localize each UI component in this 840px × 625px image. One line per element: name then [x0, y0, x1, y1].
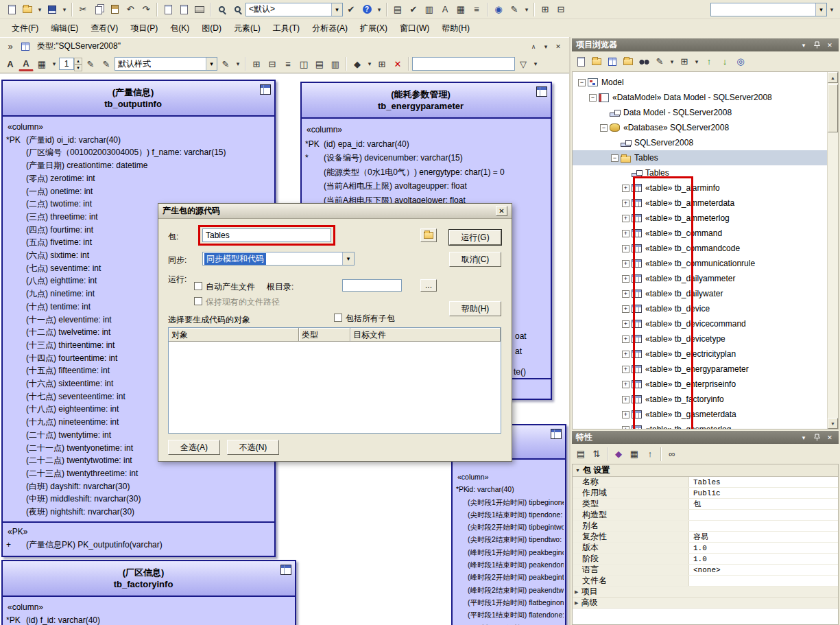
table-properties-icon[interactable]: [536, 86, 547, 97]
views-icon[interactable]: ⊞: [677, 54, 692, 69]
new-folder-icon[interactable]: [589, 54, 604, 69]
search-input[interactable]: [412, 57, 515, 71]
filter-icon[interactable]: ▽: [516, 56, 531, 71]
draw-dropdown-icon[interactable]: ▾: [523, 2, 531, 17]
toolbar-overflow-icon[interactable]: ▾: [828, 2, 836, 17]
project-browser-tree[interactable]: −Model−«DataModel» Data Model - SQLServe…: [572, 71, 839, 429]
tree-expander-icon[interactable]: +: [622, 381, 629, 388]
new-package-icon[interactable]: [621, 54, 636, 69]
property-group-row[interactable]: ▶项目: [573, 587, 838, 598]
route-icon-1[interactable]: ⊞: [249, 56, 264, 71]
tree-expander-icon[interactable]: +: [622, 396, 629, 403]
help-dropdown-icon[interactable]: ▾: [375, 2, 383, 17]
property-row[interactable]: 语言<none>: [573, 565, 838, 576]
tree-expander-icon[interactable]: +: [622, 185, 629, 192]
delete-icon[interactable]: ✕: [390, 56, 405, 71]
property-value[interactable]: <none>: [689, 565, 838, 575]
redo-icon[interactable]: ↷: [139, 2, 154, 17]
tree-expander-icon[interactable]: +: [622, 335, 629, 343]
tree-item[interactable]: −Model: [573, 75, 838, 90]
go-to-parent-icon[interactable]: ↑: [643, 447, 658, 462]
line-width-spinner[interactable]: 1 ▴ ▾: [59, 58, 82, 70]
combo-dropdown-icon[interactable]: ▾: [331, 3, 342, 16]
help-button[interactable]: 帮助(H): [449, 301, 501, 316]
route-icon-6[interactable]: ▥: [328, 56, 343, 71]
pin-icon[interactable]: [812, 433, 821, 442]
property-value[interactable]: [689, 576, 838, 586]
root-browse-button[interactable]: ...: [420, 279, 437, 292]
property-row[interactable]: 版本1.0: [573, 543, 838, 554]
edit-icon[interactable]: ✎: [652, 54, 667, 69]
include-subpackages-checkbox[interactable]: [334, 314, 342, 322]
cut-icon[interactable]: ✂: [75, 2, 91, 17]
menu-item[interactable]: 工具(T): [267, 21, 306, 36]
tree-item[interactable]: −«Database» SQLServer2008: [573, 120, 838, 135]
panel-close-icon[interactable]: ✕: [825, 40, 835, 49]
combo-dropdown-icon[interactable]: ▾: [815, 3, 826, 16]
zoom-out-icon[interactable]: [230, 2, 245, 17]
scroll-up-icon[interactable]: ▲: [828, 72, 838, 83]
group-collapsed-icon[interactable]: ▶: [575, 600, 578, 606]
tree-expander-icon[interactable]: +: [622, 230, 629, 237]
list-report-icon[interactable]: ▤: [390, 2, 405, 17]
new-item-icon[interactable]: [573, 54, 588, 69]
menu-item[interactable]: 查看(V): [84, 21, 124, 36]
window-edit-icon[interactable]: ⊟: [553, 2, 568, 17]
pin-icon[interactable]: [812, 40, 821, 49]
dialog-titlebar[interactable]: 产生包的源代码 ✕: [158, 204, 512, 219]
tree-expander-icon[interactable]: +: [622, 290, 629, 298]
property-row[interactable]: 作用域Public: [573, 488, 838, 499]
tree-item[interactable]: −Tables: [573, 150, 838, 165]
style-combo[interactable]: 默认样式 ▾: [115, 57, 217, 71]
menu-item[interactable]: 文件(F): [5, 21, 45, 36]
combo-dropdown-icon[interactable]: ▾: [342, 252, 354, 265]
tree-item[interactable]: Data Model - SQLServer2008: [573, 105, 838, 120]
pen-dropdown-icon[interactable]: ▾: [234, 56, 242, 71]
tree-expander-icon[interactable]: +: [622, 260, 629, 268]
tree-item[interactable]: +«table» tb_gasmeterdata: [573, 407, 838, 422]
outline-icon[interactable]: ≡: [469, 2, 484, 17]
tree-item[interactable]: +«table» tb_electricityplan: [573, 346, 838, 362]
check-model-icon[interactable]: ✔: [344, 2, 359, 17]
check-list-icon[interactable]: ✔: [406, 2, 421, 17]
auto-layout-icon[interactable]: ◆: [350, 56, 365, 71]
copy-icon[interactable]: [91, 2, 106, 17]
edit-dropdown-icon[interactable]: ▾: [668, 54, 676, 69]
panel-menu-icon[interactable]: ▾: [799, 40, 808, 49]
tree-item[interactable]: +«table» tb_communicationrule: [573, 256, 838, 271]
frame-icon[interactable]: ⊞: [374, 56, 389, 71]
property-value[interactable]: 1.0: [689, 554, 838, 564]
menu-item[interactable]: 图(D): [195, 21, 228, 36]
group-collapsed-icon[interactable]: ▶: [575, 589, 578, 595]
tree-item[interactable]: +«table» tb_command: [573, 226, 838, 241]
sync-combo[interactable]: 同步模型和代码 ▾: [202, 252, 355, 266]
tree-item[interactable]: +«table» tb_factoryinfo: [573, 392, 838, 407]
combo-dropdown-icon[interactable]: ▾: [206, 58, 217, 70]
run-button[interactable]: 运行(G): [449, 230, 501, 245]
fill-color-icon[interactable]: ▦: [34, 56, 49, 71]
views-dropdown-icon[interactable]: ▾: [693, 54, 701, 69]
tree-expander-icon[interactable]: +: [622, 305, 629, 313]
tree-expander-icon[interactable]: +: [622, 200, 629, 207]
panel-menu-icon[interactable]: ▾: [799, 433, 808, 442]
tree-expander-icon[interactable]: +: [622, 426, 629, 430]
new-diagram-icon[interactable]: [605, 54, 620, 69]
tree-expander-icon[interactable]: +: [622, 215, 629, 222]
diagram-canvas[interactable]: (产量信息) tb_outputinfo «column»*PK(产量id) o…: [0, 73, 569, 625]
tree-item[interactable]: +«table» tb_dailywater: [573, 286, 838, 301]
tree-expander-icon[interactable]: +: [622, 351, 629, 358]
toolbar-menu-icon[interactable]: ▾: [542, 39, 550, 54]
tree-item[interactable]: +«table» tb_dailyammeter: [573, 271, 838, 286]
save-icon[interactable]: [45, 2, 60, 17]
web-publish-icon[interactable]: ◉: [491, 2, 506, 17]
menu-item[interactable]: 元素(L): [228, 21, 267, 36]
tree-item[interactable]: +«table» tb_devicetype: [573, 331, 838, 346]
route-icon-5[interactable]: ▤: [312, 56, 327, 71]
route-icon-4[interactable]: ◫: [296, 56, 311, 71]
tree-item[interactable]: +«table» tb_device: [573, 301, 838, 316]
table-properties-icon[interactable]: [260, 84, 271, 95]
keep-path-checkbox-label[interactable]: 保持现有的文件路径: [206, 296, 280, 308]
preview-icon[interactable]: [176, 2, 191, 17]
zoom-in-icon[interactable]: [214, 2, 229, 17]
column-header-object[interactable]: 对象: [169, 328, 299, 342]
